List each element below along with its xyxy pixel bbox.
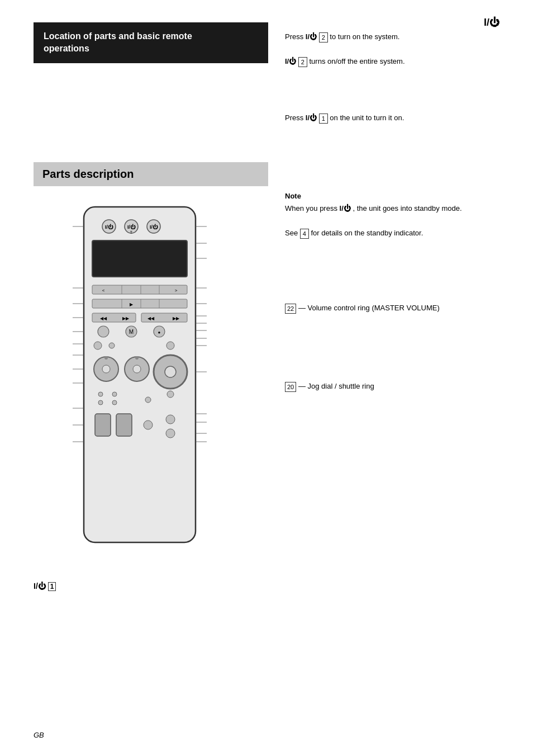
svg-text:>: > (175, 288, 178, 293)
svg-point-51 (166, 415, 175, 424)
svg-point-31 (94, 342, 102, 349)
svg-point-33 (166, 342, 174, 349)
svg-text:●: ● (158, 330, 161, 335)
svg-point-46 (145, 397, 151, 403)
svg-point-45 (112, 400, 117, 405)
svg-point-36 (104, 356, 108, 360)
header-title: Location of parts and basic remote (44, 31, 192, 41)
svg-point-44 (98, 400, 103, 405)
remote-control-diagram: I/⏻ I/⏻ T I/⏻ < > ▶ ◀◀ ▶▶ ◀◀ ▶▶ M ● (73, 201, 207, 572)
header-title2: operations (44, 44, 89, 53)
svg-text:I/⏻: I/⏻ (150, 224, 158, 230)
svg-point-42 (98, 392, 103, 396)
note-block: Note When you press I/⏻ , the unit goes … (285, 190, 499, 239)
svg-point-41 (165, 366, 176, 377)
svg-rect-9 (92, 285, 187, 294)
svg-text:<: < (102, 288, 105, 293)
svg-text:◀◀: ◀◀ (147, 316, 155, 321)
svg-rect-49 (116, 414, 132, 436)
svg-point-43 (112, 392, 117, 396)
svg-text:I/⏻: I/⏻ (127, 224, 136, 230)
parts-description-label: Parts description (42, 168, 134, 180)
svg-point-32 (109, 343, 115, 348)
remote-svg: I/⏻ I/⏻ T I/⏻ < > ▶ ◀◀ ▶▶ ◀◀ ▶▶ M ● (73, 201, 207, 570)
svg-text:▶: ▶ (130, 302, 134, 307)
svg-text:▶▶: ▶▶ (122, 316, 130, 321)
power-icon-top: I/⏻ (484, 17, 499, 28)
right-ref-20: 20 — Jog dial / shuttle ring (285, 380, 499, 393)
svg-point-38 (133, 365, 141, 373)
svg-point-50 (144, 420, 153, 429)
svg-point-39 (135, 356, 139, 360)
svg-text:◀◀: ◀◀ (100, 316, 107, 321)
svg-text:▶▶: ▶▶ (173, 316, 180, 321)
svg-rect-8 (92, 240, 187, 277)
power-symbol-top-right: I/⏻ (484, 17, 499, 29)
svg-point-26 (98, 326, 109, 337)
right-text-block-2: Press I/⏻ 1 on the unit to turn it on. (285, 112, 499, 124)
svg-point-47 (167, 391, 174, 398)
svg-point-52 (166, 429, 175, 438)
svg-point-35 (102, 365, 110, 373)
svg-rect-20 (92, 313, 136, 322)
svg-text:M: M (129, 329, 134, 335)
bottom-power-ref: I/⏻ 1 (34, 582, 56, 591)
right-ref-22: 22 — Volume control ring (MASTER VOLUME) (285, 302, 499, 314)
bottom-power-symbol: I/⏻ (34, 582, 46, 590)
svg-text:I/⏻: I/⏻ (105, 224, 113, 230)
svg-text:T: T (130, 230, 133, 234)
note-label: Note (285, 192, 301, 200)
svg-rect-15 (92, 299, 187, 308)
svg-rect-48 (95, 414, 111, 436)
header-box: Location of parts and basic remote opera… (34, 22, 268, 63)
parts-description-heading: Parts description (34, 162, 268, 186)
gb-label: GB (34, 731, 44, 739)
right-text-block-1: Press I/⏻ 2 to turn on the system. I/⏻ 2… (285, 31, 499, 68)
bottom-power-num: 1 (48, 582, 56, 591)
